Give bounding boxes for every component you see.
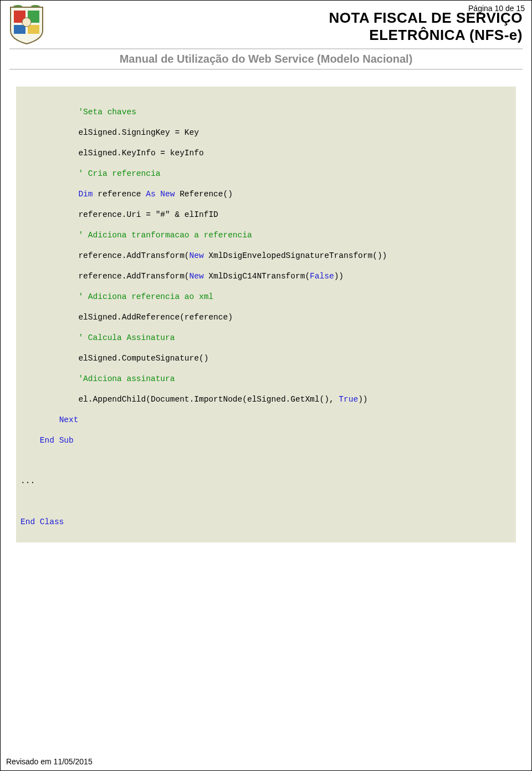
code-indent bbox=[21, 395, 78, 404]
divider bbox=[9, 48, 523, 49]
subtitle: Manual de Utilização do Web Service (Mod… bbox=[9, 52, 523, 69]
code-indent bbox=[21, 169, 78, 178]
header: NOTA FISCAL DE SERVIÇO ELETRÔNICA (NFS-e… bbox=[1, 1, 531, 70]
code-keyword: Sub bbox=[59, 436, 74, 445]
code-keyword: Class bbox=[40, 518, 64, 526]
footer-revised: Revisado em 11/05/2015 bbox=[6, 757, 93, 766]
code-comment: ' Adiciona referencia ao xml bbox=[78, 292, 213, 301]
title-line1: NOTA FISCAL DE SERVIÇO bbox=[53, 9, 523, 27]
code-text: & elInfID bbox=[170, 210, 218, 219]
code-comment: ' Calcula Assinatura bbox=[78, 333, 175, 342]
code-keyword: End bbox=[21, 518, 35, 526]
code-comment: ' Adiciona tranformacao a referencia bbox=[78, 231, 252, 240]
code-comment: ' Cria referencia bbox=[78, 169, 160, 178]
code-text: XmlDsigC14NTransform( bbox=[204, 272, 310, 281]
code-indent bbox=[21, 354, 78, 363]
divider-2 bbox=[9, 69, 523, 70]
code-keyword: New bbox=[160, 190, 175, 199]
page-number: Página 10 de 15 bbox=[468, 4, 525, 13]
code-indent bbox=[21, 436, 40, 445]
code-text: elSigned.KeyInfo = keyInfo bbox=[78, 149, 203, 158]
code-text: reference.Uri = bbox=[78, 210, 155, 219]
title-block: NOTA FISCAL DE SERVIÇO ELETRÔNICA (NFS-e… bbox=[53, 5, 523, 44]
code-text: reference.AddTransform( bbox=[78, 272, 189, 281]
code-indent bbox=[21, 374, 78, 383]
code-indent bbox=[21, 128, 78, 137]
code-block: 'Seta chaves elSigned.SigningKey = Key e… bbox=[16, 87, 516, 542]
code-indent bbox=[21, 210, 78, 219]
code-indent bbox=[21, 149, 78, 158]
code-keyword: New bbox=[190, 272, 204, 281]
code-text: )) bbox=[358, 395, 367, 404]
header-top: NOTA FISCAL DE SERVIÇO ELETRÔNICA (NFS-e… bbox=[9, 5, 523, 45]
svg-rect-3 bbox=[28, 25, 39, 34]
code-indent bbox=[21, 190, 78, 199]
code-indent bbox=[21, 231, 78, 240]
code-keyword: End bbox=[40, 436, 54, 445]
code-keyword: New bbox=[190, 251, 204, 260]
code-indent bbox=[21, 313, 78, 322]
svg-rect-2 bbox=[14, 25, 25, 34]
title-line2: ELETRÔNICA (NFS-e) bbox=[53, 27, 523, 44]
code-text bbox=[54, 436, 59, 445]
code-text: elSigned.ComputeSignature() bbox=[78, 354, 208, 363]
code-text: ... bbox=[21, 476, 35, 485]
code-keyword: Next bbox=[59, 415, 79, 424]
crest-icon bbox=[9, 5, 44, 45]
code-text: XmlDsigEnvelopedSignatureTransform()) bbox=[204, 251, 387, 260]
code-text: reference.AddTransform( bbox=[78, 251, 189, 260]
svg-point-4 bbox=[22, 18, 31, 27]
code-text: elSigned.AddReference(reference) bbox=[78, 313, 232, 322]
code-indent bbox=[21, 415, 59, 424]
code-text: )) bbox=[334, 272, 344, 281]
code-keyword: True bbox=[339, 395, 358, 404]
code-indent bbox=[21, 251, 78, 260]
code-keyword: False bbox=[310, 272, 334, 281]
code-text: elSigned.SigningKey = Key bbox=[78, 128, 199, 137]
code-comment: 'Adiciona assinatura bbox=[78, 374, 175, 383]
code-keyword: Dim bbox=[78, 190, 93, 199]
code-indent bbox=[21, 108, 78, 116]
code-indent bbox=[21, 333, 78, 342]
code-text: Reference() bbox=[175, 190, 232, 199]
code-indent bbox=[21, 272, 78, 281]
code-text: reference bbox=[93, 190, 146, 199]
code-keyword: As bbox=[146, 190, 155, 199]
code-comment: 'Seta chaves bbox=[78, 108, 136, 116]
code-text: el.AppendChild(Document.ImportNode(elSig… bbox=[78, 395, 339, 404]
code-string: "#" bbox=[156, 210, 170, 219]
code-indent bbox=[21, 292, 78, 301]
code-text bbox=[35, 518, 40, 526]
